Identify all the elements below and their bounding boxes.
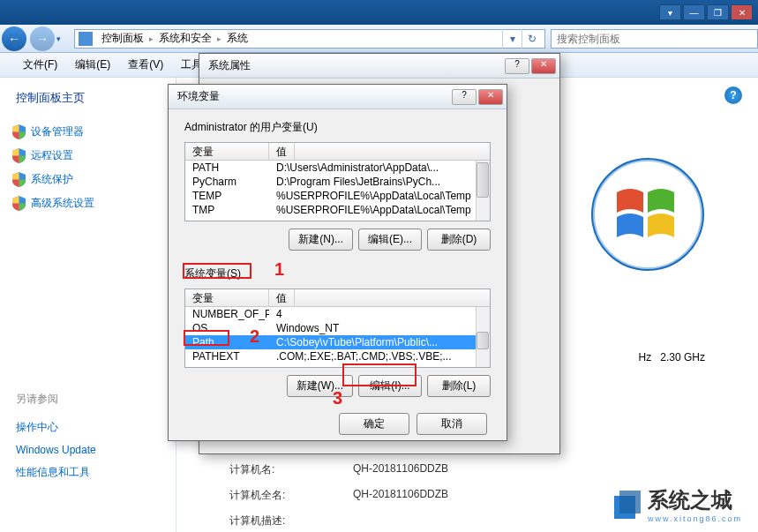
table-row[interactable]: PyCharmD:\Program Files\JetBrains\PyCh..… (185, 175, 490, 189)
shield-icon (12, 148, 26, 163)
table-row[interactable]: TMP%USERPROFILE%\AppData\Local\Temp (185, 203, 490, 217)
menu-view[interactable]: 查看(V) (121, 54, 170, 76)
dialog-title: 环境变量 (177, 89, 220, 104)
navigation-bar: ← → ▾ 控制面板 ▸ 系统和安全 ▸ 系统 ▾ ↻ (0, 25, 758, 53)
windows-logo-icon (590, 157, 705, 272)
breadcrumb-item[interactable]: 系统和安全 (155, 31, 215, 46)
window-titlebar: ▾ — ❐ ✕ (0, 0, 758, 25)
ok-button[interactable]: 确定 (339, 413, 409, 435)
shield-icon (12, 124, 26, 139)
breadcrumb-item[interactable]: 控制面板 (98, 31, 147, 46)
nav-history-dropdown[interactable]: ▾ (56, 34, 69, 43)
dialog-help-button[interactable]: ? (505, 58, 529, 74)
cpu-ghz-label: Hz (639, 351, 652, 363)
search-input[interactable] (551, 29, 758, 49)
cpu-ghz-value: 2.30 GHz (660, 351, 705, 363)
sidebar-also-title: 另请参阅 (16, 392, 167, 407)
shield-icon (12, 196, 26, 211)
column-header-variable[interactable]: 变量 (185, 289, 269, 306)
column-header-value[interactable]: 值 (269, 289, 295, 306)
address-dropdown-button[interactable]: ▾ (502, 29, 522, 49)
computer-fullname-label: 计算机全名: (229, 488, 353, 503)
sidebar-link-label: 高级系统设置 (31, 196, 94, 211)
menu-file[interactable]: 文件(F) (16, 54, 64, 76)
sidebar-link-device-manager[interactable]: 设备管理器 (9, 120, 167, 144)
breadcrumb-item[interactable]: 系统 (223, 31, 251, 46)
table-row-selected[interactable]: PathC:\Sobey\vTube\Platform\Public\... (185, 335, 490, 349)
table-row[interactable]: TEMP%USERPROFILE%\AppData\Local\Temp (185, 189, 490, 203)
watermark-icon (607, 487, 642, 522)
user-variables-label: Administrator 的用户变量(U) (184, 120, 491, 135)
titlebar-dropdown-button[interactable]: ▾ (659, 4, 681, 20)
table-row[interactable]: PATHD:\Users\Administrator\AppData\... (185, 161, 490, 175)
sidebar-title: 控制面板主页 (9, 90, 167, 106)
sidebar-link-label: 系统保护 (31, 172, 73, 187)
minimize-button[interactable]: — (683, 4, 705, 20)
scrollbar[interactable] (476, 307, 490, 367)
breadcrumb-sep-icon: ▸ (215, 34, 223, 43)
forward-button[interactable]: → (30, 26, 55, 51)
sidebar-link-remote-settings[interactable]: 远程设置 (9, 144, 167, 168)
scrollbar-thumb[interactable] (477, 162, 489, 198)
table-row[interactable]: PATHEXT.COM;.EXE;.BAT;.CMD;.VBS;.VBE;... (185, 349, 490, 363)
new-user-var-button[interactable]: 新建(N)... (289, 229, 353, 251)
computer-name-value: QH-20181106DDZB (353, 462, 448, 477)
svg-point-1 (593, 160, 702, 269)
dialog-title: 系统属性 (208, 58, 251, 73)
sidebar: 控制面板主页 设备管理器 远程设置 系统保护 高级系统设置 另请参阅 操作中心 … (0, 78, 176, 532)
dialog-help-button[interactable]: ? (452, 89, 477, 105)
column-header-value[interactable]: 值 (269, 143, 295, 160)
edit-sys-var-button[interactable]: 编辑(I)... (358, 375, 422, 397)
refresh-button[interactable]: ↻ (522, 29, 541, 49)
computer-fullname-value: QH-20181106DDZB (353, 488, 448, 503)
sidebar-link-label: 远程设置 (31, 148, 73, 163)
environment-variables-dialog: 环境变量 ? ✕ Administrator 的用户变量(U) 变量 值 PAT… (168, 84, 507, 441)
system-variables-label: 系统变量(S) (184, 266, 491, 281)
system-variables-table[interactable]: 变量 值 NUMBER_OF_PR...4 OSWindows_NT PathC… (184, 288, 491, 368)
sidebar-link-system-protection[interactable]: 系统保护 (9, 168, 167, 191)
new-sys-var-button[interactable]: 新建(W)... (287, 375, 353, 397)
sidebar-also-performance[interactable]: 性能信息和工具 (16, 461, 167, 484)
edit-user-var-button[interactable]: 编辑(E)... (358, 229, 422, 251)
shield-icon (12, 172, 26, 187)
delete-sys-var-button[interactable]: 删除(L) (427, 375, 491, 397)
breadcrumb-sep-icon: ▸ (147, 34, 155, 43)
sidebar-link-advanced-settings[interactable]: 高级系统设置 (9, 191, 167, 215)
help-icon[interactable]: ? (724, 86, 742, 104)
maximize-button[interactable]: ❐ (707, 4, 729, 20)
back-button[interactable]: ← (2, 26, 26, 51)
sidebar-link-label: 设备管理器 (31, 124, 84, 139)
watermark: 系统之城 www.xitong86.com (607, 486, 742, 523)
table-row[interactable]: OSWindows_NT (185, 321, 490, 335)
cancel-button[interactable]: 取消 (417, 413, 487, 435)
watermark-url: www.xitong86.com (648, 514, 742, 523)
dialog-close-button[interactable]: ✕ (478, 89, 503, 105)
computer-name-label: 计算机名: (229, 462, 353, 477)
address-bar[interactable]: 控制面板 ▸ 系统和安全 ▸ 系统 ▾ ↻ (74, 29, 545, 49)
scrollbar-thumb[interactable] (477, 332, 489, 349)
user-variables-table[interactable]: 变量 值 PATHD:\Users\Administrator\AppData\… (184, 142, 491, 221)
delete-user-var-button[interactable]: 删除(D) (427, 229, 491, 251)
column-header-variable[interactable]: 变量 (185, 143, 269, 160)
menu-edit[interactable]: 编辑(E) (68, 54, 117, 76)
watermark-text: 系统之城 (648, 486, 742, 514)
sidebar-also-windows-update[interactable]: Windows Update (16, 439, 167, 461)
svg-rect-3 (619, 491, 641, 513)
sidebar-also-action-center[interactable]: 操作中心 (16, 416, 167, 439)
location-icon (79, 32, 93, 46)
scrollbar[interactable] (476, 161, 490, 221)
dialog-close-button[interactable]: ✕ (531, 58, 556, 74)
computer-desc-label: 计算机描述: (229, 513, 353, 528)
table-row[interactable]: NUMBER_OF_PR...4 (185, 307, 490, 321)
close-button[interactable]: ✕ (731, 4, 753, 20)
